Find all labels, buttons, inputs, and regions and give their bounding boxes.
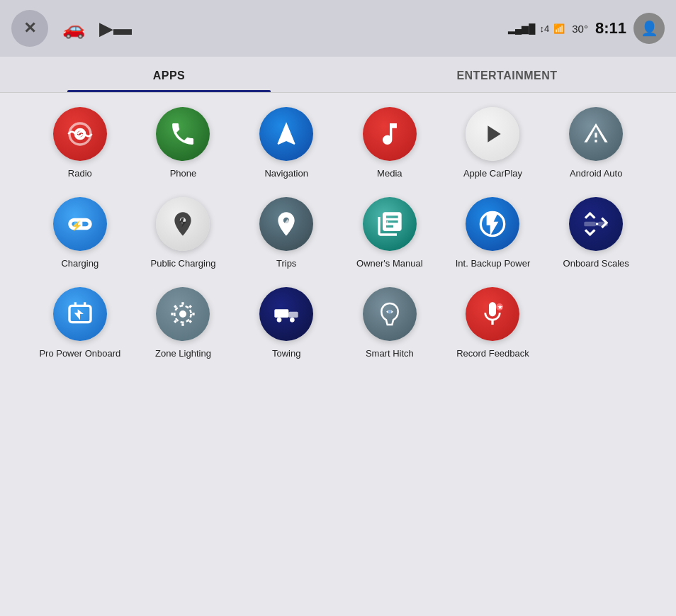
svg-point-18 [388, 310, 391, 313]
radio-label: Radio [68, 168, 92, 180]
tab-bar: APPS ENTERTAINMENT [0, 57, 676, 93]
media-label: Media [377, 168, 402, 180]
svg-rect-6 [598, 222, 607, 227]
trips-label: Trips [276, 258, 296, 270]
app-apple-carplay[interactable]: Apple CarPlay [441, 107, 545, 180]
navigation-label: Navigation [264, 168, 308, 180]
apple-carplay-icon [466, 107, 519, 161]
signal-bar-icon: ▂▄▆█ [508, 23, 535, 34]
smart-hitch-label: Smart Hitch [366, 348, 414, 360]
app-int-backup-power[interactable]: Int. Backup Power [441, 197, 545, 270]
zone-lighting-label: Zone Lighting [155, 348, 211, 360]
apps-container: Radio Phone Navigation Media [0, 93, 676, 367]
app-radio[interactable]: Radio [28, 107, 132, 180]
towing-label: Towing [272, 348, 300, 360]
svg-rect-13 [274, 309, 288, 318]
public-charging-icon [156, 197, 210, 251]
apps-grid: Radio Phone Navigation Media [28, 107, 648, 360]
zone-lighting-icon [156, 287, 210, 341]
pro-power-onboard-label: Pro Power Onboard [39, 348, 120, 360]
record-feedback-icon: ★ [466, 287, 519, 341]
pro-power-onboard-icon [53, 287, 107, 341]
app-zone-lighting[interactable]: Zone Lighting [132, 287, 235, 360]
android-auto-label: Android Auto [570, 168, 622, 180]
svg-point-11 [179, 310, 186, 318]
svg-rect-14 [288, 311, 298, 317]
svg-point-16 [290, 318, 295, 323]
public-charging-label: Public Charging [151, 258, 216, 270]
onboard-scales-icon [569, 197, 623, 251]
phone-icon [156, 107, 210, 161]
record-feedback-label: Record Feedback [456, 348, 529, 360]
app-public-charging[interactable]: Public Charging [132, 197, 235, 270]
svg-text:★: ★ [497, 303, 503, 310]
media-app-icon [363, 107, 417, 161]
int-backup-power-icon [466, 197, 519, 251]
onboard-scales-label: Onboard Scales [563, 258, 629, 270]
signal-icons: ▂▄▆█ ↕4 📶 [508, 23, 565, 34]
int-backup-power-label: Int. Backup Power [456, 258, 531, 270]
data-icon: ↕4 [540, 23, 550, 34]
phone-label: Phone [170, 168, 197, 180]
svg-text:⚡: ⚡ [70, 220, 82, 232]
wifi-icon: 📶 [553, 23, 565, 34]
radio-icon [53, 107, 107, 161]
owners-manual-icon: i [363, 197, 417, 251]
top-bar-left: ✕ 🚗 ▶▬ [11, 10, 132, 47]
app-smart-hitch[interactable]: Smart Hitch [338, 287, 441, 360]
app-record-feedback[interactable]: ★ Record Feedback [441, 287, 545, 360]
svg-text:i: i [386, 218, 388, 227]
app-owners-manual[interactable]: i Owner's Manual [338, 197, 441, 270]
app-android-auto[interactable]: Android Auto [544, 107, 648, 180]
app-trips[interactable]: Trips [235, 197, 338, 270]
top-bar: ✕ 🚗 ▶▬ ▂▄▆█ ↕4 📶 30° 8:11 👤 [0, 0, 676, 57]
tab-entertainment[interactable]: ENTERTAINMENT [338, 57, 676, 92]
trips-icon [259, 197, 313, 251]
time-display: 8:11 [595, 19, 626, 38]
close-button[interactable]: ✕ [11, 10, 48, 47]
top-bar-right: ▂▄▆█ ↕4 📶 30° 8:11 👤 [508, 13, 665, 44]
svg-rect-5 [584, 222, 596, 227]
owners-manual-label: Owner's Manual [356, 258, 423, 270]
svg-point-15 [277, 318, 282, 323]
charging-label: Charging [61, 258, 98, 270]
android-auto-icon [569, 107, 623, 161]
media-icon: ▶▬ [99, 18, 132, 40]
navigation-icon [259, 107, 313, 161]
apple-carplay-label: Apple CarPlay [463, 168, 522, 180]
car-icon: 🚗 [62, 18, 85, 40]
smart-hitch-icon [363, 287, 417, 341]
user-avatar[interactable]: 👤 [633, 13, 665, 44]
tab-apps[interactable]: APPS [0, 57, 338, 92]
app-towing[interactable]: Towing [235, 287, 338, 360]
charging-icon: ⚡ [53, 197, 107, 251]
app-media[interactable]: Media [338, 107, 441, 180]
app-onboard-scales[interactable]: Onboard Scales [544, 197, 648, 270]
temperature-display: 30° [572, 23, 588, 35]
towing-icon [259, 287, 313, 341]
app-pro-power-onboard[interactable]: Pro Power Onboard [28, 287, 132, 360]
app-charging[interactable]: ⚡ Charging [28, 197, 132, 270]
app-phone[interactable]: Phone [132, 107, 235, 180]
app-navigation[interactable]: Navigation [235, 107, 338, 180]
